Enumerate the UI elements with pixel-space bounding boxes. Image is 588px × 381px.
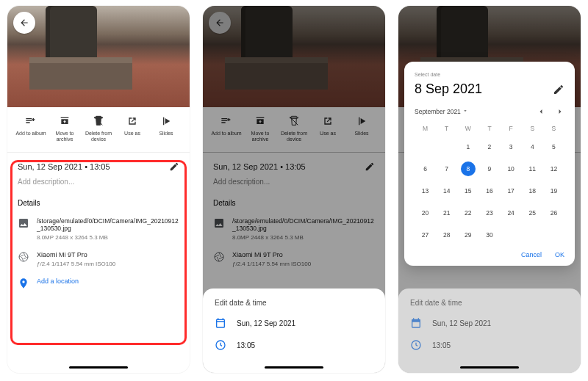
- action-delete[interactable]: Delete from device: [82, 115, 115, 142]
- file-meta: 8.0MP 2448 x 3264 5.3 MB: [37, 234, 179, 241]
- playlist-add-icon: [24, 115, 37, 128]
- day-cell[interactable]: 6: [418, 162, 433, 176]
- dow-label: W: [457, 125, 478, 132]
- location-row[interactable]: Add a location: [18, 277, 179, 289]
- pencil-icon: [169, 162, 179, 172]
- calendar-grid: MTWTFSS123456789101112131415161718192021…: [415, 125, 564, 242]
- device-row: Xiaomi Mi 9T Pro ƒ/2.4 1/1147 5.54 mm IS…: [18, 251, 179, 267]
- day-cell[interactable]: 21: [440, 206, 454, 220]
- day-cell[interactable]: 29: [461, 228, 476, 242]
- statue-shape: [46, 6, 97, 63]
- day-cell[interactable]: 5: [546, 139, 561, 154]
- home-indicator: [460, 366, 519, 369]
- action-slides[interactable]: Slides: [150, 115, 182, 142]
- day-cell[interactable]: 25: [525, 206, 539, 220]
- day-cell[interactable]: 12: [546, 162, 561, 176]
- chevron-right-icon: [556, 107, 564, 116]
- play-icon: [159, 115, 173, 128]
- edit-datetime-sheet: Edit date & time Sun, 12 Sep 2021 13:05: [203, 289, 385, 373]
- dow-label: S: [543, 125, 564, 132]
- edit-text-button[interactable]: [553, 84, 564, 95]
- aperture-icon: [18, 251, 29, 267]
- calendar-icon: [215, 317, 226, 329]
- pedestal-shape: [29, 57, 132, 90]
- day-cell[interactable]: 27: [418, 228, 433, 242]
- open-in-icon: [126, 115, 139, 128]
- delete-device-icon: [92, 115, 105, 128]
- day-cell[interactable]: 20: [418, 206, 433, 220]
- label: Slides: [159, 131, 173, 137]
- day-cell[interactable]: 18: [525, 184, 539, 198]
- svg-point-0: [19, 253, 28, 261]
- action-add-to-album[interactable]: Add to album: [15, 115, 47, 142]
- day-cell: [418, 139, 433, 154]
- location-icon: [18, 277, 29, 289]
- month-dropdown[interactable]: September 2021: [415, 108, 468, 115]
- edit-time-row[interactable]: 13:05: [215, 339, 373, 351]
- day-cell[interactable]: 3: [503, 139, 518, 154]
- day-cell[interactable]: 9: [482, 162, 497, 176]
- home-indicator: [265, 366, 323, 369]
- day-cell[interactable]: 10: [503, 162, 518, 176]
- ok-button[interactable]: OK: [555, 251, 564, 258]
- day-cell[interactable]: 28: [440, 228, 454, 242]
- file-path: /storage/emulated/0/DCIM/Camera/IMG_2021…: [37, 217, 179, 232]
- dow-label: F: [501, 125, 522, 132]
- edit-datetime-button[interactable]: [169, 162, 179, 172]
- next-month-button[interactable]: [556, 107, 564, 116]
- add-location-link[interactable]: Add a location: [37, 277, 79, 289]
- dow-label: S: [522, 125, 543, 132]
- day-cell: [503, 228, 518, 242]
- day-cell: [546, 228, 561, 242]
- datetime-text: Sun, 12 Sep 2021 • 13:05: [18, 162, 110, 171]
- cancel-button[interactable]: Cancel: [521, 251, 542, 258]
- device-meta: ƒ/2.4 1/1147 5.54 mm ISO100: [37, 261, 115, 267]
- actions-toolbar: Add to album Move to archive Delete from…: [7, 107, 190, 153]
- day-cell[interactable]: 23: [482, 206, 497, 220]
- picked-date: 8 Sep 2021: [415, 81, 482, 97]
- pencil-icon: [553, 84, 564, 95]
- action-use-as[interactable]: Use as: [116, 115, 148, 142]
- prev-month-button[interactable]: [537, 107, 545, 116]
- day-cell[interactable]: 26: [546, 206, 561, 220]
- day-cell: [440, 139, 454, 154]
- day-cell[interactable]: 7: [440, 162, 454, 176]
- day-cell[interactable]: 1: [461, 139, 476, 154]
- triptych: Add to album Move to archive Delete from…: [0, 0, 588, 379]
- day-cell[interactable]: 2: [482, 139, 497, 154]
- day-cell[interactable]: 22: [461, 206, 476, 220]
- day-cell[interactable]: 16: [482, 184, 497, 198]
- day-cell[interactable]: 13: [418, 184, 433, 198]
- day-cell[interactable]: 14: [440, 184, 454, 198]
- dow-label: M: [415, 125, 436, 132]
- label: Add to album: [15, 131, 46, 137]
- label: Delete from device: [82, 131, 115, 142]
- day-cell[interactable]: 11: [525, 162, 539, 176]
- day-cell[interactable]: 17: [503, 184, 518, 198]
- phone-edit-sheet: Add to album Move to archive Delete from…: [203, 6, 385, 373]
- day-cell[interactable]: 4: [525, 139, 539, 154]
- details-heading: Details: [18, 199, 179, 207]
- dropdown-icon: [462, 108, 468, 114]
- select-date-label: Select date: [415, 72, 564, 77]
- device-name: Xiaomi Mi 9T Pro: [37, 251, 115, 258]
- info-sheet: Sun, 12 Sep 2021 • 13:05 Add description…: [7, 153, 190, 298]
- label: Move to archive: [49, 131, 81, 142]
- day-cell[interactable]: 19: [546, 184, 561, 198]
- day-cell[interactable]: 8: [461, 162, 476, 176]
- time-value: 13:05: [237, 341, 255, 349]
- description-input[interactable]: Add description...: [18, 178, 179, 186]
- action-archive[interactable]: Move to archive: [49, 115, 81, 142]
- label: Use as: [124, 131, 140, 137]
- day-cell[interactable]: 15: [461, 184, 476, 198]
- photo-backdrop: [7, 6, 190, 107]
- back-button[interactable]: [13, 12, 35, 34]
- day-cell[interactable]: 30: [482, 228, 497, 242]
- date-value: Sun, 12 Sep 2021: [237, 319, 295, 327]
- chevron-left-icon: [537, 107, 545, 116]
- dow-label: T: [478, 125, 500, 132]
- day-cell[interactable]: 24: [503, 206, 518, 220]
- file-row: /storage/emulated/0/DCIM/Camera/IMG_2021…: [18, 217, 179, 241]
- back-arrow-icon: [19, 18, 29, 28]
- edit-date-row[interactable]: Sun, 12 Sep 2021: [215, 317, 373, 329]
